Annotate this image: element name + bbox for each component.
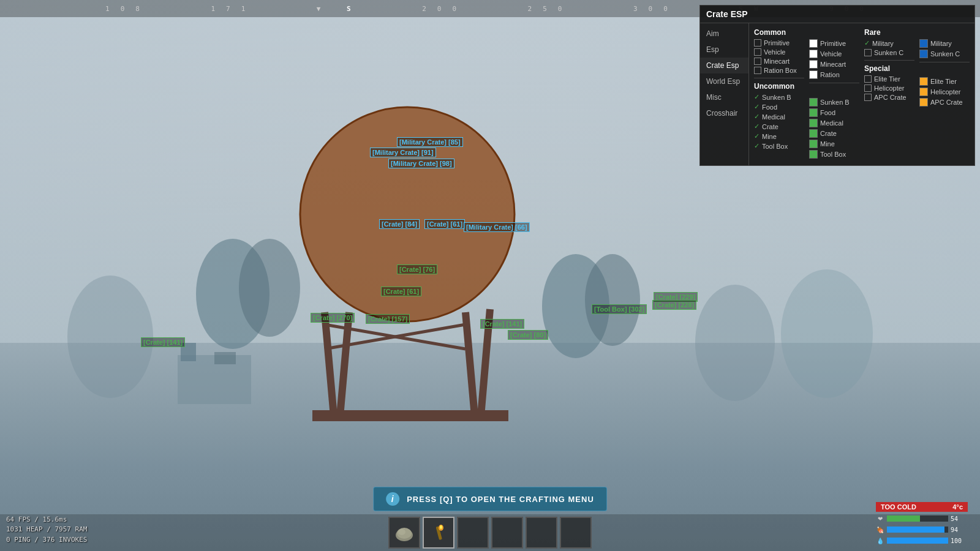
vehicle-color-box[interactable] [809,50,818,58]
food-check: ✓ [754,103,760,111]
uncommon-sunken-b-color[interactable]: Sunken B [809,98,859,107]
elite-tier-checkbox[interactable] [864,75,872,83]
hotbar-slot-5[interactable] [526,517,557,549]
esp-world-label: [Crate] [141] [480,319,524,329]
nav-esp[interactable]: Esp [700,42,748,58]
hotbar-slot-6[interactable] [560,517,592,549]
special-apc-crate[interactable]: APC Crate [864,94,914,101]
ration-box-checkbox[interactable] [754,67,761,74]
common-minecart-color[interactable]: Minecart [809,60,859,69]
nav-aim[interactable]: Aim [700,26,748,42]
esp-world-label: [Crate] [157] [366,314,410,324]
esp-panel: Crate ESP Aim Esp Crate Esp World Esp Mi… [699,5,975,166]
helicopter-color-box[interactable] [919,88,928,96]
esp-world-label: [Crate] [270] [311,313,355,323]
torch-icon [428,522,450,544]
common-ration-color[interactable]: Ration [809,70,859,79]
elite-tier-color-box[interactable] [919,77,928,86]
minecart-checkbox[interactable] [754,58,761,65]
mine-check: ✓ [754,132,760,140]
uncommon-section-title: Uncommon [754,82,804,91]
uncommon-crate-color[interactable]: Crate [809,129,859,138]
esp-world-label: [Crate] [141] [141,337,185,347]
svg-point-20 [398,529,405,535]
food-icon: 🍖 [876,525,884,534]
uncommon-tool-box[interactable]: ✓ Tool Box [754,142,804,150]
esp-world-label: [Crate] [80] [508,330,548,340]
military-color-box[interactable] [919,39,928,48]
esp-world-label: [Military Crate] [66] [464,222,530,232]
svg-point-23 [440,525,442,529]
hotbar-slot-3[interactable] [457,517,489,549]
uncommon-crate[interactable]: ✓ Crate [754,122,804,130]
common-minecart[interactable]: Minecart [754,58,804,65]
vehicle-checkbox[interactable] [754,48,761,56]
water-icon: 💧 [876,536,884,545]
health-bar-fill [887,515,920,522]
nav-misc[interactable]: Misc [700,89,748,105]
common-section-title: Common [754,28,804,37]
common-ration-box[interactable]: Ration Box [754,67,804,74]
food-value: 94 [951,527,968,533]
apc-crate-checkbox[interactable] [864,94,872,101]
common-primitive[interactable]: Primitive [754,39,804,47]
esp-world-label: [Crate] [228] [652,300,696,310]
nav-crate-esp[interactable]: Crate Esp [700,58,748,73]
crafting-hint-text: PRESS [Q] TO OPEN THE CRAFTING MENU [407,495,594,504]
uncommon-tool-box-color[interactable]: Tool Box [809,150,859,159]
sunken-c-color-box[interactable] [919,50,928,58]
uncommon-food[interactable]: ✓ Food [754,103,804,111]
common-vehicle[interactable]: Vehicle [754,48,804,56]
ration-color-box[interactable] [809,70,818,79]
rare-sunken-c-color[interactable]: Sunken C [919,50,970,58]
esp-world-label: [Tool Box] [302] [592,304,647,314]
sunken-c-checkbox[interactable] [864,49,872,56]
hotbar-slot-4[interactable] [491,517,523,549]
esp-panel-title: Crate ESP [700,6,974,23]
medical-color-box[interactable] [809,119,818,127]
tool-box-color-box[interactable] [809,150,818,159]
rare-military[interactable]: ✓ Military [864,39,914,47]
rare-sunken-c[interactable]: Sunken C [864,49,914,56]
primitive-checkbox[interactable] [754,39,761,47]
esp-col-4: Rare Military Sunken C Special Elite Tie… [919,28,970,160]
hotbar-slot-1[interactable] [388,517,420,549]
nav-crosshair[interactable]: Crosshair [700,105,748,121]
uncommon-medical[interactable]: ✓ Medical [754,113,804,121]
food-bar-fill [887,527,944,533]
fps-counter: 64 FPS / 15.6ms 1031 HEAP / 7957 RAM 0 P… [6,515,87,545]
water-value: 100 [951,538,968,544]
uncommon-food-color[interactable]: Food [809,108,859,117]
special-helicopter[interactable]: Helicopter [864,84,914,92]
uncommon-medical-color[interactable]: Medical [809,119,859,127]
military-check: ✓ [864,39,870,47]
apc-crate-color-box[interactable] [919,98,928,107]
heap-value: 1031 HEAP / 7957 RAM [6,525,87,535]
esp-world-label: [Crate] [61] [424,219,465,229]
common-vehicle-color[interactable]: Vehicle [809,50,859,58]
food-bar-bg [887,527,948,533]
rare-military-color[interactable]: Military [919,39,970,48]
special-elite-color[interactable]: Elite Tier [919,77,970,86]
status-bars: TOO COLD 4°c ❤ 54 🍖 94 💧 100 [876,502,968,545]
primitive-color-box[interactable] [809,39,818,48]
nav-world-esp[interactable]: World Esp [700,73,748,89]
esp-col-2: Common Primitive Vehicle Minecart Ration [809,28,859,160]
minecart-color-box[interactable] [809,60,818,69]
uncommon-mine-color[interactable]: Mine [809,140,859,148]
crate-color-box[interactable] [809,129,818,138]
health-icon: ❤ [876,514,884,523]
special-helicopter-color[interactable]: Helicopter [919,88,970,96]
sunken-b-color-box[interactable] [809,98,818,107]
food-color-box[interactable] [809,108,818,117]
mine-color-box[interactable] [809,140,818,148]
helicopter-checkbox[interactable] [864,84,872,92]
sunken-b-check: ✓ [754,93,760,101]
uncommon-sunken-b[interactable]: ✓ Sunken B [754,93,804,101]
uncommon-mine[interactable]: ✓ Mine [754,132,804,140]
special-elite-tier[interactable]: Elite Tier [864,75,914,83]
hotbar-slot-2[interactable] [423,517,454,549]
esp-nav: Aim Esp Crate Esp World Esp Misc Crossha… [700,23,749,165]
special-apc-color[interactable]: APC Crate [919,98,970,107]
common-primitive-color[interactable]: Primitive [809,39,859,48]
